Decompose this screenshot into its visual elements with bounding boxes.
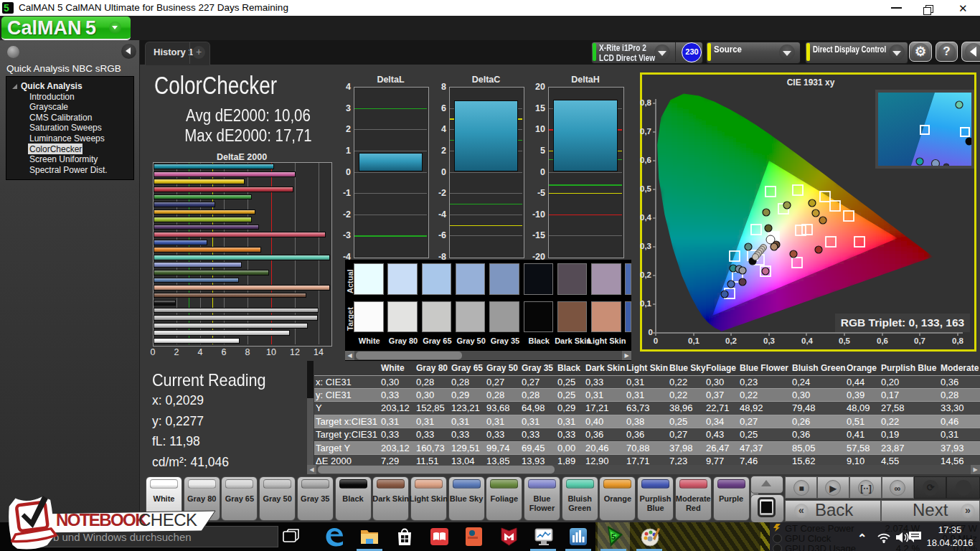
svg-text:NOTEBOOK: NOTEBOOK <box>56 510 148 529</box>
svg-text:CHECK: CHECK <box>138 510 197 529</box>
svg-text:5: 5 <box>611 532 616 541</box>
